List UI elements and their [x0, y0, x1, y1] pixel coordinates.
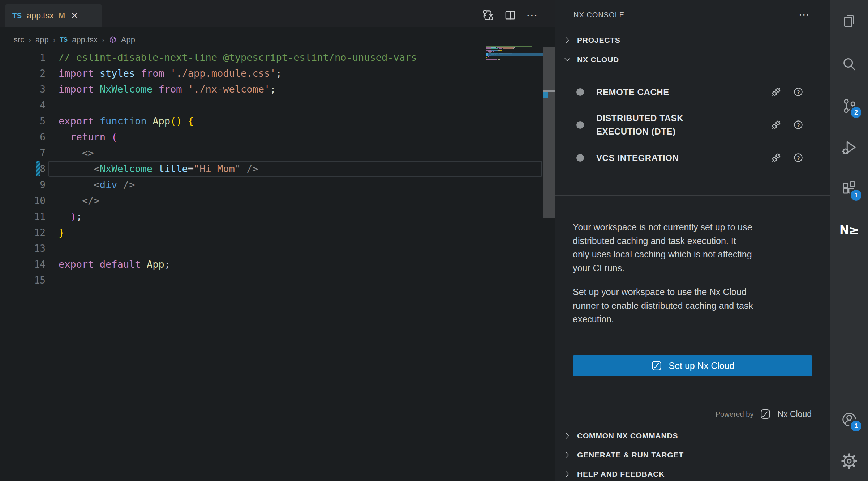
open-changes-icon[interactable]	[481, 9, 494, 22]
editor-more-actions-icon[interactable]: ⋯	[526, 9, 538, 22]
chevron-right-icon	[563, 432, 571, 440]
code-line-text: import NxWelcome from './nx-welcome';	[46, 81, 276, 97]
minimap-line	[497, 47, 500, 48]
activity-item-accounts[interactable]: 1	[830, 403, 868, 436]
close-tab-icon[interactable]: ✕	[71, 11, 78, 20]
nx-cloud-icon	[650, 359, 663, 372]
section-nx-cloud[interactable]: NX CLOUD	[555, 50, 830, 70]
code-line[interactable]: 11 );	[0, 209, 542, 225]
code-editor[interactable]: 1// eslint-disable-next-line @typescript…	[0, 50, 542, 288]
chevron-down-icon	[563, 56, 571, 64]
activity-item-nx-console[interactable]: N≥	[830, 214, 868, 246]
breadcrumb-item-app[interactable]: app	[35, 35, 49, 44]
minimap-line	[500, 47, 514, 48]
setup-nx-cloud-button[interactable]: Set up Nx Cloud	[573, 355, 812, 376]
code-line-text: export function App() {	[46, 113, 194, 129]
minimap-line	[493, 51, 494, 52]
nx-cloud-brand-label[interactable]: Nx Cloud	[777, 409, 812, 419]
line-number[interactable]: 13	[0, 240, 46, 256]
code-line[interactable]: 1// eslint-disable-next-line @typescript…	[0, 50, 542, 65]
minimap[interactable]	[486, 46, 543, 68]
code-line[interactable]: 13	[0, 240, 542, 256]
minimap-line	[488, 51, 492, 52]
line-number[interactable]: 6	[0, 129, 46, 145]
section-generate-run-target[interactable]: GENERATE & RUN TARGET	[555, 446, 830, 463]
editor-scrollbar[interactable]	[543, 47, 555, 218]
line-number[interactable]: 11	[0, 209, 46, 225]
minimap-line	[486, 47, 491, 48]
code-line[interactable]: 5export function App() {	[0, 113, 542, 129]
nx-console-side-panel: NX CONSOLE ⋯ PROJECTS NX CLOUD REMOTE CA…	[555, 0, 830, 481]
code-line[interactable]: 4	[0, 97, 542, 113]
line-number[interactable]: 5	[0, 113, 46, 129]
line-number[interactable]: 9	[0, 177, 46, 193]
activity-item-search[interactable]	[830, 48, 868, 81]
git-modified-badge: M	[59, 11, 65, 20]
cloud-feature-label: DISTRIBUTED TASK EXECUTION (DTE)	[596, 111, 721, 138]
code-line[interactable]: 2import styles from './app.module.css';	[0, 65, 542, 81]
connect-icon[interactable]	[770, 152, 782, 164]
editor-toolbar: ⋯	[481, 9, 538, 22]
help-icon[interactable]	[792, 86, 804, 98]
connect-icon[interactable]	[770, 86, 782, 98]
code-line-text: import styles from './app.module.css';	[46, 65, 282, 81]
breadcrumb-item-symbol[interactable]: App	[121, 35, 135, 44]
minimap-modified-notch	[486, 53, 488, 56]
code-line[interactable]: 3import NxWelcome from './nx-welcome';	[0, 81, 542, 97]
code-line[interactable]: 9 <div />	[0, 177, 542, 193]
line-number[interactable]: 12	[0, 225, 46, 240]
panel-more-actions-icon[interactable]: ⋯	[799, 8, 810, 21]
line-number[interactable]: 15	[0, 272, 46, 288]
help-icon[interactable]	[792, 152, 804, 164]
breadcrumb-item-src[interactable]: src	[14, 35, 24, 44]
minimap-line	[486, 50, 491, 51]
section-common-nx-commands[interactable]: COMMON NX COMMANDS	[555, 427, 830, 444]
line-number[interactable]: 2	[0, 65, 46, 81]
minimap-line	[489, 52, 491, 53]
code-line[interactable]: 10 </>	[0, 193, 542, 209]
code-line-text	[46, 240, 59, 256]
powered-by-label: Powered by	[716, 410, 754, 418]
line-number[interactable]: 14	[0, 256, 46, 272]
minimap-line	[491, 48, 498, 49]
line-number[interactable]: 7	[0, 145, 46, 161]
panel-title: NX CONSOLE	[573, 11, 624, 19]
section-help-and-feedback[interactable]: HELP AND FEEDBACK	[555, 465, 830, 481]
cloud-feature-label: REMOTE CACHE	[596, 85, 721, 99]
status-dot-icon	[576, 88, 584, 96]
help-icon[interactable]	[792, 119, 804, 131]
code-line[interactable]: 8 <NxWelcome title="Hi Mom" />	[0, 161, 542, 177]
section-projects[interactable]: PROJECTS	[555, 32, 830, 48]
activity-item-run-debug[interactable]	[830, 131, 868, 164]
workspace-status-text: Your workspace is not currently set up t…	[573, 221, 816, 275]
status-dot-icon	[576, 154, 584, 162]
section-label: GENERATE & RUN TARGET	[577, 451, 684, 459]
chevron-right-icon	[563, 470, 571, 478]
activity-item-source-control[interactable]: 2	[830, 90, 868, 122]
code-line[interactable]: 12}	[0, 225, 542, 240]
cloud-feature-row: DISTRIBUTED TASK EXECUTION (DTE)	[555, 108, 830, 141]
status-dot-icon	[576, 121, 584, 129]
minimap-line	[491, 47, 496, 48]
code-line-text: </>	[46, 193, 100, 209]
split-editor-icon[interactable]	[504, 9, 517, 22]
connect-icon[interactable]	[770, 119, 782, 131]
tab-app-tsx[interactable]: TS app.tsx M ✕	[5, 4, 102, 27]
code-line[interactable]: 14export default App;	[0, 256, 542, 272]
code-line[interactable]: 6 return (	[0, 129, 542, 145]
line-number[interactable]: 1	[0, 50, 46, 65]
activity-item-explorer[interactable]	[830, 4, 868, 37]
code-line-text: <div />	[46, 177, 135, 193]
setup-button-label: Set up Nx Cloud	[669, 361, 734, 371]
section-divider	[555, 49, 830, 49]
line-number[interactable]: 3	[0, 81, 46, 97]
activity-item-settings[interactable]	[830, 445, 868, 477]
code-line[interactable]: 7 <>	[0, 145, 542, 161]
line-number[interactable]: 8	[0, 161, 46, 177]
line-number[interactable]: 10	[0, 193, 46, 209]
activity-item-extensions[interactable]: 1	[830, 173, 868, 205]
line-number[interactable]: 4	[0, 97, 46, 113]
breadcrumb-item-file[interactable]: app.tsx	[72, 35, 98, 44]
code-line[interactable]: 15	[0, 272, 542, 288]
minimap-line	[491, 50, 497, 51]
